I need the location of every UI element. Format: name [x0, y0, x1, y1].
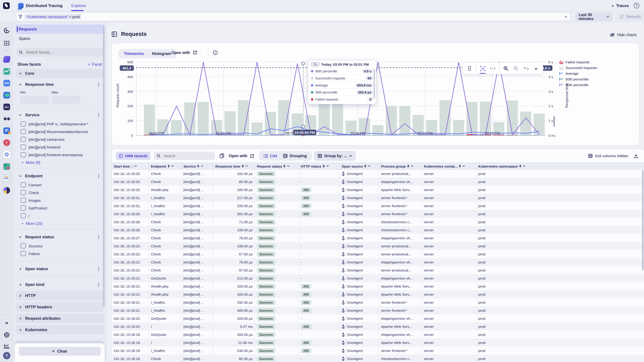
column-header-endpoint[interactable]: Endpoint — [149, 163, 182, 169]
checkbox[interactable] — [21, 190, 26, 195]
facet-group-response-time[interactable]: Response time⋮ — [16, 80, 104, 89]
more-link[interactable]: +More (15) — [22, 222, 106, 226]
kebab-menu-icon[interactable]: ⋮ — [96, 282, 100, 287]
forum-app-icon[interactable] — [3, 127, 10, 134]
dynatrace-logo-icon[interactable] — [3, 2, 10, 9]
sort-icon[interactable] — [519, 165, 521, 168]
facet-option[interactable]: GetProduct — [21, 204, 102, 212]
binoculars-app-icon[interactable] — [3, 115, 10, 122]
alert-app-icon[interactable]: ! — [3, 139, 10, 146]
legend-item[interactable]: Average — [559, 71, 597, 75]
sort-icon[interactable] — [284, 165, 286, 168]
facet-option[interactable]: Check — [21, 189, 102, 196]
facet-option[interactable]: Images — [21, 196, 102, 204]
table-row[interactable]: Oct 18, 15:18:19.GetQuote[eks][prod] ...… — [112, 331, 644, 339]
tab-explorer[interactable]: Explorer — [71, 0, 86, 11]
view-list-tab[interactable]: List — [261, 154, 280, 158]
sort-desc-icon[interactable]: ↓ — [131, 164, 133, 168]
facet-group-endpoint[interactable]: Endpoint⋮ — [16, 172, 104, 180]
time-range-dropdown[interactable]: Last 30 minutes — [575, 12, 612, 21]
search-facets-field[interactable] — [25, 50, 87, 55]
filter-input[interactable]: "Kubernetes namespace" = prod × — [16, 12, 571, 21]
table-row[interactable]: Oct 18, 15:18:23.Check[eks][prod] ...67.… — [112, 250, 644, 258]
observability-icon[interactable] — [3, 27, 10, 34]
apps-grid-icon[interactable] — [3, 39, 10, 47]
checkbox[interactable] — [21, 182, 26, 187]
layers-app-icon[interactable] — [3, 91, 10, 99]
column-header-kubernetes-contai-[interactable]: Kubernetes contai... — [422, 163, 476, 169]
collapse-panel-icon[interactable] — [112, 31, 117, 37]
column-header-start-time[interactable]: Start time↓ — [112, 163, 149, 169]
search-facets-input[interactable] — [16, 48, 103, 57]
table-row[interactable]: Oct 18, 15:18:31./_healthz[eks][prod] ..… — [112, 202, 644, 210]
notebook-app-icon[interactable] — [3, 175, 10, 182]
table-row[interactable]: Oct 18, 15:18:31./_healthz[eks][prod] ..… — [112, 194, 644, 202]
facet-option[interactable]: [eks][prod] PHP o...holidaysservice-* — [21, 120, 102, 128]
table-row[interactable]: Oct 18, 15:18:32.Check[eks][prod] ...80.… — [112, 178, 644, 186]
checkbox[interactable] — [21, 213, 26, 218]
table-row[interactable]: Oct 18, 15:18:32./health.php[eks][prod] … — [112, 186, 644, 194]
checkbox[interactable] — [21, 137, 26, 142]
view-grouping-tab[interactable]: Grouping — [280, 154, 310, 158]
facet-option[interactable]: Success — [21, 242, 102, 250]
checkbox[interactable] — [21, 152, 26, 157]
facet-group-span-kind[interactable]: Span kind⋮ — [16, 280, 104, 289]
table-row[interactable]: Oct 18, 15:18:21./_healthz[eks][prod] ..… — [112, 298, 644, 306]
legend-item[interactable]: Successful requests — [559, 66, 597, 70]
pie-app-icon[interactable] — [3, 187, 10, 194]
kebab-menu-icon[interactable]: ⋮ — [96, 235, 100, 239]
legend-item[interactable]: 50th percentile — [559, 77, 597, 81]
table-open-with-button[interactable]: Open with — [229, 154, 254, 158]
table-scrollbar[interactable] — [642, 170, 644, 271]
table-row[interactable]: Oct 18, 15:18:27.Check[eks][prod] ...78.… — [112, 234, 644, 242]
facet-option[interactable]: Failure — [21, 250, 102, 257]
facet-group-service[interactable]: Service⋮ — [16, 111, 104, 119]
tooltip-scrollbar[interactable] — [374, 69, 375, 98]
kebab-menu-icon[interactable]: ⋮ — [96, 174, 100, 178]
table-row[interactable]: Oct 18, 15:18:28.Check[eks][prod] ...108… — [112, 226, 644, 234]
open-with-button[interactable]: Open with — [172, 50, 197, 55]
refresh-button[interactable]: Refresh — [616, 12, 644, 21]
facet-group-request-attributes[interactable]: Request attributes — [16, 314, 104, 323]
facet-group-http[interactable]: HTTP — [16, 291, 104, 300]
checkbox[interactable] — [21, 198, 26, 203]
facet-group-kubernetes[interactable]: Kubernetes — [16, 325, 104, 335]
usage-chart-icon[interactable] — [3, 343, 10, 350]
column-header-kubernetes-namespace[interactable]: Kubernetes namespace — [476, 163, 644, 169]
checkbox[interactable] — [21, 144, 26, 149]
sidebar-item-requests[interactable]: Requests — [16, 24, 104, 34]
info-icon[interactable] — [213, 50, 218, 55]
checkbox[interactable] — [21, 205, 26, 211]
table-search-input[interactable] — [154, 152, 215, 160]
sidebar-item-spans[interactable]: Spans — [16, 34, 104, 43]
add-facet-button[interactable]: + Facet — [88, 62, 102, 67]
tab-histogram[interactable]: Histogram — [148, 52, 175, 56]
sort-icon[interactable] — [242, 165, 244, 168]
table-row[interactable]: Oct 18, 15:18:23.Check[eks][prod] ...108… — [112, 242, 644, 250]
column-header-http-status[interactable]: HTTP status — [299, 163, 340, 169]
table-row[interactable]: Oct 18, 15:18:22.GetQuote[eks][prod] ...… — [112, 274, 644, 282]
kebab-menu-icon[interactable]: ⋮ — [96, 82, 100, 87]
table-row[interactable]: Oct 18, 15:18:19./[eks][prod] ...12.06 m… — [112, 339, 644, 347]
facet-group-core[interactable]: Core — [16, 69, 104, 78]
undo-icon[interactable] — [522, 64, 530, 72]
column-header-request-status[interactable]: Request status — [255, 163, 299, 169]
columns-hidden-button[interactable]: 616 columns hidden — [588, 154, 628, 158]
download-icon[interactable] — [634, 153, 638, 158]
add-traces-button[interactable]: + Traces — [612, 3, 629, 8]
table-row[interactable]: Oct 18, 15:18:18.Check[eks][prod] ...82.… — [112, 355, 644, 362]
checkbox[interactable] — [21, 251, 26, 256]
sort-icon[interactable] — [459, 165, 461, 168]
charts-app-icon[interactable] — [3, 67, 10, 75]
table-row[interactable]: Oct 18, 15:18:22./health.php[eks][prod] … — [112, 290, 644, 298]
app-switcher[interactable]: Distributed Tracing — [18, 3, 62, 8]
clear-filters-button[interactable]: × Clear — [19, 347, 100, 356]
tracing-app-icon[interactable] — [3, 56, 10, 63]
pan-icon[interactable] — [489, 64, 497, 72]
kubernetes-app-icon[interactable] — [3, 151, 10, 158]
clear-filter-icon[interactable]: × — [563, 14, 568, 19]
monitor-app-icon[interactable] — [3, 103, 10, 111]
sort-icon[interactable] — [168, 165, 170, 168]
checkbox[interactable] — [21, 243, 26, 248]
more-link[interactable]: +More (9) — [22, 161, 106, 165]
